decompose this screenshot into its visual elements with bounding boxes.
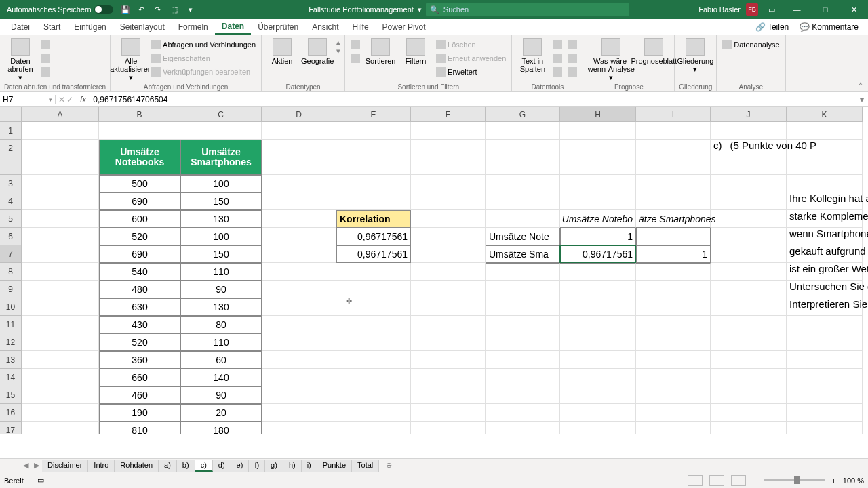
search-box[interactable]: 🔍 Suchen [426, 3, 629, 16]
sheet-nav-prev-icon[interactable]: ◀ [20, 461, 31, 470]
col-header-E[interactable]: E [336, 107, 411, 122]
cell-H17[interactable] [560, 422, 636, 434]
sheet-tab-d[interactable]: d) [213, 460, 231, 472]
tab-formeln[interactable]: Formeln [172, 20, 215, 34]
cell-K8[interactable]: ist ein großer Wett [787, 263, 863, 281]
cell-C17[interactable]: 180 [180, 422, 262, 434]
tab-daten[interactable]: Daten [215, 20, 251, 35]
row-header-8[interactable]: 8 [0, 263, 22, 281]
cell-B5[interactable]: 600 [99, 210, 180, 228]
cell-J6[interactable] [711, 228, 787, 245]
column-headers[interactable]: ABCDEFGHIJK [22, 107, 863, 122]
cancel-formula-icon[interactable]: ✕ [58, 95, 65, 104]
row-header-5[interactable]: 5 [0, 210, 22, 228]
cell-I12[interactable] [636, 333, 711, 351]
cell-D1[interactable] [262, 122, 336, 140]
cell-B2[interactable]: UmsätzeNotebooks [99, 140, 180, 175]
ribbon-display-icon[interactable]: ▭ [765, 3, 778, 16]
cell-I14[interactable] [636, 369, 711, 386]
cell-E6[interactable]: 0,96717561 [336, 228, 411, 245]
zoom-level[interactable]: 100 % [843, 476, 864, 485]
text-to-columns-button[interactable]: Text in Spalten [516, 38, 549, 73]
col-header-G[interactable]: G [486, 107, 560, 122]
row-header-2[interactable]: 2 [0, 140, 22, 175]
cell-H5[interactable]: Umsätze Notebo [560, 210, 636, 228]
cell-A14[interactable] [22, 369, 99, 386]
cell-E3[interactable] [336, 175, 411, 192]
col-header-B[interactable]: B [99, 107, 180, 122]
cell-H13[interactable] [560, 351, 636, 369]
cell-J9[interactable] [711, 281, 787, 298]
cell-C10[interactable]: 130 [180, 298, 262, 316]
tab-hilfe[interactable]: Hilfe [346, 20, 376, 34]
view-normal-button[interactable] [688, 475, 703, 486]
from-table-icon[interactable] [39, 65, 52, 79]
cell-B16[interactable]: 190 [99, 404, 180, 422]
sheet-tab-a[interactable]: a) [159, 460, 177, 472]
cell-K11[interactable] [787, 316, 863, 333]
cell-J10[interactable] [711, 298, 787, 316]
cell-F17[interactable] [411, 422, 486, 434]
cell-D6[interactable] [262, 228, 336, 245]
cell-K7[interactable]: gekauft aufgrund d [787, 245, 863, 263]
cell-C16[interactable]: 20 [180, 404, 262, 422]
cell-H14[interactable] [560, 369, 636, 386]
cell-J14[interactable] [711, 369, 787, 386]
cell-I10[interactable] [636, 298, 711, 316]
cell-C2[interactable]: UmsätzeSmartphones [180, 140, 262, 175]
consolidate-icon[interactable] [566, 38, 578, 52]
cell-C5[interactable]: 130 [180, 210, 262, 228]
cell-H16[interactable] [560, 404, 636, 422]
cell-E9[interactable] [336, 281, 411, 298]
cell-B8[interactable]: 540 [99, 263, 180, 281]
cell-J2[interactable]: c)(5 Punkte von 40 P [711, 140, 787, 175]
remove-dup-icon[interactable] [551, 52, 564, 65]
flash-fill-icon[interactable] [551, 38, 564, 52]
cell-A12[interactable] [22, 333, 99, 351]
view-page-break-button[interactable] [731, 475, 746, 486]
sheet-tab-c[interactable]: c) [195, 460, 213, 472]
cell-I1[interactable] [636, 122, 711, 140]
row-header-1[interactable]: 1 [0, 122, 22, 140]
cell-K12[interactable] [787, 333, 863, 351]
cell-K5[interactable]: starke Komplemen [787, 210, 863, 228]
user-name[interactable]: Fabio Basler [698, 5, 741, 14]
cell-D16[interactable] [262, 404, 336, 422]
cell-E2[interactable] [336, 140, 411, 175]
cell-G6[interactable]: Umsätze Note [486, 228, 560, 245]
row-header-15[interactable]: 15 [0, 386, 22, 404]
cell-K10[interactable]: Interpretieren Sie d [787, 298, 863, 316]
forecast-sheet-button[interactable]: Prognoseblatt [637, 38, 670, 65]
cell-E16[interactable] [336, 404, 411, 422]
cell-C15[interactable]: 90 [180, 386, 262, 404]
cell-G7[interactable]: Umsätze Sma [486, 245, 560, 263]
cell-K1[interactable] [787, 122, 863, 140]
data-val-icon[interactable] [551, 65, 564, 79]
cell-E5[interactable]: Korrelation [336, 210, 411, 228]
col-header-A[interactable]: A [22, 107, 99, 122]
cell-K13[interactable] [787, 351, 863, 369]
share-button[interactable]: 🔗Teilen [751, 21, 793, 33]
cell-F12[interactable] [411, 333, 486, 351]
cell-F13[interactable] [411, 351, 486, 369]
cell-I16[interactable] [636, 404, 711, 422]
cell-I5[interactable]: ätze Smartphones [636, 210, 711, 228]
cell-E17[interactable] [336, 422, 411, 434]
row-header-10[interactable]: 10 [0, 298, 22, 316]
cell-H4[interactable] [560, 192, 636, 210]
cell-J15[interactable] [711, 386, 787, 404]
new-sheet-icon[interactable]: ⊕ [383, 461, 395, 470]
cells-area[interactable]: UmsätzeNotebooksUmsätzeSmartphonesc)(5 P… [22, 122, 863, 434]
cell-C12[interactable]: 110 [180, 333, 262, 351]
cell-F8[interactable] [411, 263, 486, 281]
cell-J1[interactable] [711, 122, 787, 140]
cell-E14[interactable] [336, 369, 411, 386]
cell-G12[interactable] [486, 333, 560, 351]
cell-G15[interactable] [486, 386, 560, 404]
macro-record-icon[interactable]: ▭ [37, 476, 44, 485]
cell-K16[interactable] [787, 404, 863, 422]
cell-A7[interactable] [22, 245, 99, 263]
cell-B14[interactable]: 660 [99, 369, 180, 386]
cell-H7[interactable]: 0,96717561 [560, 245, 636, 263]
cell-G1[interactable] [486, 122, 560, 140]
